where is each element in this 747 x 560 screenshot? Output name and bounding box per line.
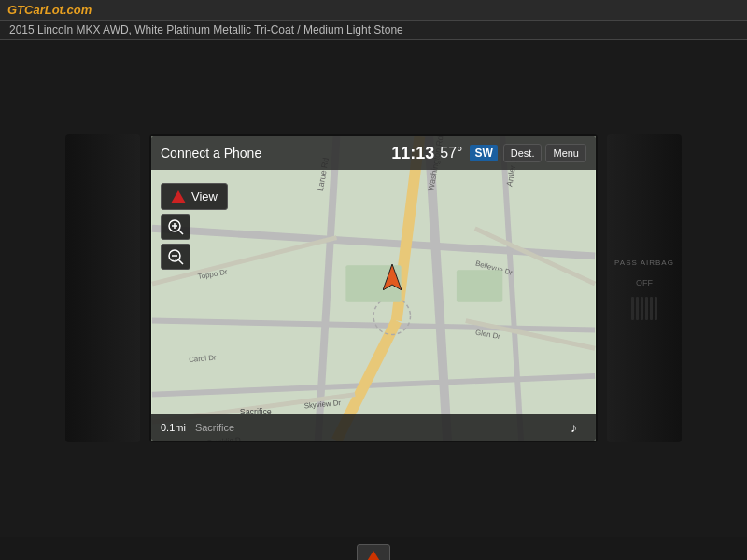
hazard-button[interactable] xyxy=(357,544,390,560)
nav-temp: 57° xyxy=(440,145,462,161)
vent-line xyxy=(655,297,657,320)
svg-line-27 xyxy=(178,230,183,234)
vent-strip-1 xyxy=(631,297,657,320)
svg-text:...: ... xyxy=(170,254,176,262)
nav-location: Sacrifice xyxy=(195,422,234,433)
vent-line xyxy=(636,297,639,320)
dest-button[interactable]: Dest. xyxy=(503,144,543,162)
nav-compass: SW xyxy=(470,145,497,161)
vent-line xyxy=(650,297,653,320)
gtcarlot-logo[interactable]: GTCarLot.com xyxy=(7,3,92,17)
map-arrow-icon xyxy=(171,190,186,203)
nav-top-bar: Connect a Phone 11:13 57° SW Dest. Menu xyxy=(151,136,596,170)
vent-line xyxy=(645,297,648,320)
car-title: 2015 Lincoln MKX AWD, White Platinum Met… xyxy=(9,23,403,36)
menu-button[interactable]: Menu xyxy=(545,144,586,162)
bottom-control-bar xyxy=(0,537,747,560)
connect-phone-label: Connect a Phone xyxy=(161,146,391,161)
nav-screen: Washington Rd Larue Rd Antler Dr Toppo D… xyxy=(149,134,598,442)
svg-line-31 xyxy=(178,259,183,264)
zoom-out-button[interactable]: ... xyxy=(161,244,190,270)
zoom-in-icon xyxy=(167,218,184,235)
right-panel: PASS AIRBAG OFF xyxy=(607,134,682,442)
view-button-label: View xyxy=(191,189,218,203)
console-area: Washington Rd Larue Rd Antler Dr Toppo D… xyxy=(0,40,747,537)
map-svg: Washington Rd Larue Rd Antler Dr Toppo D… xyxy=(151,136,596,441)
zoom-in-button[interactable] xyxy=(161,214,190,240)
hazard-icon xyxy=(364,551,383,560)
car-info-strip: 2015 Lincoln MKX AWD, White Platinum Met… xyxy=(0,21,747,40)
zoom-out-icon: ... xyxy=(167,248,184,265)
music-icon[interactable]: ♪ xyxy=(571,420,577,435)
map-area: Washington Rd Larue Rd Antler Dr Toppo D… xyxy=(151,136,596,441)
left-panel xyxy=(65,134,140,442)
svg-rect-25 xyxy=(457,270,502,302)
svg-marker-34 xyxy=(383,264,402,290)
nav-time: 11:13 xyxy=(391,144,434,163)
view-button[interactable]: View xyxy=(161,183,228,210)
top-bar: GTCarLot.com xyxy=(0,0,747,21)
vent-line xyxy=(641,297,643,320)
map-controls: View ... xyxy=(161,183,228,270)
pass-airbag-label: PASS AIRBAG xyxy=(614,258,674,269)
nav-arrow xyxy=(383,264,402,294)
vent-line xyxy=(631,297,634,320)
airbag-status: OFF xyxy=(636,278,653,287)
main-area: Washington Rd Larue Rd Antler Dr Toppo D… xyxy=(0,40,747,560)
nav-bottom-bar: 0.1mi Sacrifice ♪ xyxy=(151,414,596,441)
nav-distance: 0.1mi xyxy=(161,422,186,433)
